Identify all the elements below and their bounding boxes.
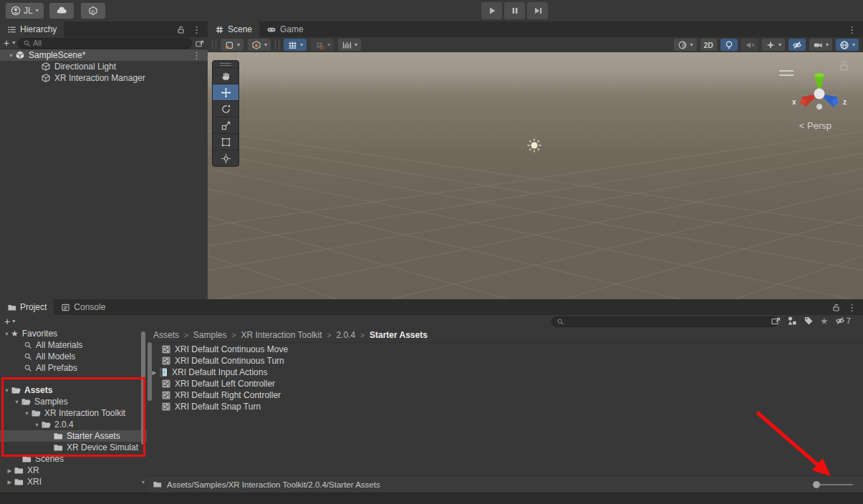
thumbnail-zoom-slider[interactable]: [814, 484, 853, 485]
breadcrumb-item-current[interactable]: Starter Assets: [370, 330, 428, 340]
tree-row-all-prefabs[interactable]: All Prefabs: [0, 362, 147, 374]
file-row[interactable]: XRI Default Continuous Move: [147, 344, 863, 355]
transform-tool-button[interactable]: [213, 150, 238, 166]
search-by-label-icon[interactable]: [804, 316, 814, 326]
scene-visibility-toggle[interactable]: [789, 39, 806, 51]
tree-row-scenes[interactable]: Scenes: [0, 453, 147, 465]
project-search[interactable]: [551, 316, 778, 327]
2d-toggle[interactable]: 2D: [700, 39, 717, 51]
scene-menu-icon[interactable]: ⋮: [190, 51, 203, 60]
account-button[interactable]: JL ▾: [6, 3, 44, 19]
tab-console[interactable]: Console: [54, 299, 112, 315]
hierarchy-search-input[interactable]: [33, 39, 187, 47]
file-row[interactable]: XRI Default Left Controller: [147, 378, 863, 389]
hierarchy-row-directional-light[interactable]: Directional Light: [0, 61, 208, 72]
tree-row-samples[interactable]: ▼ Samples: [0, 396, 147, 407]
pause-button[interactable]: [504, 2, 525, 19]
play-button[interactable]: [481, 2, 502, 19]
tree-row-xr[interactable]: ▶ XR: [0, 465, 147, 476]
gizmos-button[interactable]: ▾: [836, 39, 859, 51]
effects-toggle[interactable]: ▾: [762, 39, 785, 51]
tree-row-xr-device-simulator[interactable]: XR Device Simulat: [0, 442, 147, 453]
zoom-slider-thumb[interactable]: [813, 481, 820, 488]
file-row[interactable]: ▶ XRI Default Input Actions: [147, 367, 863, 378]
persp-text: Persp: [807, 120, 831, 131]
open-search-window-icon[interactable]: [771, 316, 781, 326]
panel-menu-icon[interactable]: ⋮: [190, 25, 203, 34]
panel-menu-icon[interactable]: ⋮: [845, 25, 859, 34]
tree-row-all-models[interactable]: All Models: [0, 351, 147, 362]
hidden-count-toggle[interactable]: 7: [835, 316, 851, 326]
foldout-expanded-icon[interactable]: ▼: [13, 399, 21, 405]
scene-picking-icon[interactable]: [195, 39, 204, 48]
unlock-icon[interactable]: [831, 303, 841, 312]
favorites-filter-icon[interactable]: ★: [820, 316, 829, 326]
camera-settings-button[interactable]: ▾: [809, 39, 832, 51]
foldout-expanded-icon[interactable]: ▼: [33, 422, 41, 428]
create-caret-icon[interactable]: ▾: [12, 319, 15, 324]
scale-tool-button[interactable]: [213, 117, 238, 133]
scene-viewport[interactable]: x z y < Persp: [208, 52, 863, 299]
tree-scrollbar[interactable]: ▼: [140, 328, 146, 493]
file-row[interactable]: XRI Default Right Controller: [147, 389, 863, 401]
tree-row-starter-assets[interactable]: Starter Assets: [0, 430, 147, 442]
asset-path-bar: Assets/Samples/XR Interaction Toolkit/2.…: [147, 475, 863, 493]
tree-scrollbar-thumb[interactable]: [141, 331, 145, 445]
rect-tool-button[interactable]: [213, 133, 238, 150]
foldout-expanded-icon[interactable]: ▼: [3, 331, 11, 337]
tab-project[interactable]: Project: [0, 299, 54, 315]
rotate-tool-button[interactable]: [213, 100, 238, 117]
tree-label: Assets: [24, 385, 52, 395]
lighting-toggle[interactable]: [720, 39, 738, 51]
tree-row-all-materials[interactable]: All Materials: [0, 339, 147, 351]
tab-game[interactable]: Game: [259, 21, 311, 37]
audio-toggle[interactable]: [741, 39, 758, 51]
move-tool-button[interactable]: [213, 84, 238, 100]
foldout-collapsed-icon[interactable]: ▶: [6, 467, 14, 474]
hierarchy-search[interactable]: [18, 38, 192, 49]
search-by-type-icon[interactable]: [787, 316, 797, 326]
hierarchy-row-xr-interaction-manager[interactable]: XR Interaction Manager: [0, 72, 208, 84]
projection-label[interactable]: < Persp: [799, 120, 831, 131]
breadcrumb-item[interactable]: Assets: [153, 330, 179, 340]
file-row[interactable]: XRI Default Continuous Turn: [147, 355, 863, 367]
step-button[interactable]: [527, 2, 548, 19]
create-caret-icon[interactable]: ▾: [12, 40, 15, 46]
directional-light-gizmo[interactable]: [526, 137, 542, 153]
breadcrumb-item[interactable]: Samples: [193, 330, 227, 340]
foldout-expanded-icon[interactable]: ▼: [23, 410, 31, 417]
panel-menu-icon[interactable]: ⋮: [845, 303, 859, 312]
hierarchy-row-scene[interactable]: ▼ SampleScene* ⋮: [0, 49, 208, 61]
tree-row-favorites[interactable]: ▼ ★ Favorites: [0, 328, 147, 339]
foldout-collapsed-icon[interactable]: ▶: [6, 479, 14, 485]
tab-hierarchy[interactable]: Hierarchy: [0, 21, 64, 37]
tree-row-xri[interactable]: ▶ XRI: [0, 476, 147, 488]
tree-row-assets[interactable]: ▼ Assets: [0, 384, 147, 396]
hand-tool-button[interactable]: [213, 67, 238, 84]
breadcrumb-item[interactable]: XR Interaction Toolkit: [241, 330, 322, 340]
tool-handle-rotation-button[interactable]: ▾: [248, 39, 271, 51]
foldout-expanded-icon[interactable]: ▼: [7, 52, 15, 59]
create-asset-button[interactable]: +: [4, 316, 10, 326]
project-search-input[interactable]: [567, 318, 773, 326]
folder-open-icon: [31, 408, 41, 418]
grid-visibility-toggle[interactable]: ▾: [284, 39, 307, 51]
scroll-down-icon[interactable]: ▼: [140, 480, 146, 485]
foldout-collapsed-icon[interactable]: ▶: [150, 369, 158, 376]
plastic-scm-button[interactable]: [81, 3, 105, 19]
shading-mode-button[interactable]: ▾: [674, 39, 697, 51]
create-button[interactable]: +: [4, 38, 9, 48]
unlock-icon[interactable]: [176, 25, 185, 34]
foldout-expanded-icon[interactable]: ▼: [3, 387, 11, 394]
folder-icon: [21, 454, 32, 464]
grid-snapping-toggle[interactable]: ▾: [311, 39, 334, 51]
cloud-services-button[interactable]: [49, 3, 74, 19]
tool-handle-position-button[interactable]: ▾: [221, 39, 244, 51]
file-row[interactable]: XRI Default Snap Turn: [147, 401, 863, 412]
tool-strip-handle[interactable]: [213, 61, 238, 67]
tab-scene[interactable]: Scene: [208, 21, 259, 37]
snap-increment-button[interactable]: ▾: [338, 39, 361, 51]
tree-row-2-0-4[interactable]: ▼ 2.0.4: [0, 419, 147, 430]
tree-row-xr-interaction-toolkit[interactable]: ▼ XR Interaction Toolkit: [0, 407, 147, 419]
breadcrumb-item[interactable]: 2.0.4: [336, 330, 355, 340]
